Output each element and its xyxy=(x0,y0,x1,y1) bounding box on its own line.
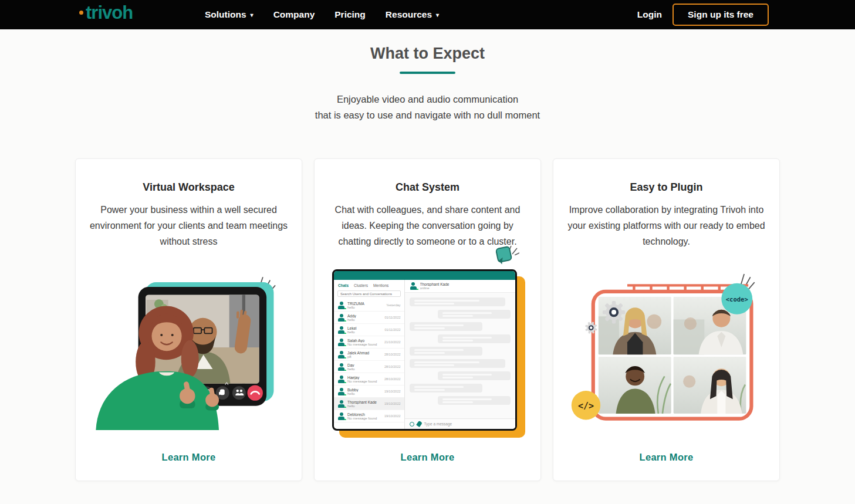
contact-preview: hello xyxy=(347,330,382,334)
message-bubble xyxy=(410,297,506,306)
nav-item-company[interactable]: Company xyxy=(273,9,315,20)
list-item: Bubbyhello 19/10/2022 xyxy=(334,385,404,398)
card-chat-system: Chat System Chat with colleagues, and sh… xyxy=(314,158,541,481)
contact-date: 28/10/2022 xyxy=(384,365,401,368)
video-call-illustration-image xyxy=(89,252,289,448)
contact-name: Haejay xyxy=(347,376,382,380)
contact-name: Jalek Ahmad xyxy=(347,351,382,355)
list-item: Davhello 28/10/2022 xyxy=(334,361,404,373)
message-bubble xyxy=(410,347,482,356)
participants-button xyxy=(232,386,246,400)
nav-item-pricing[interactable]: Pricing xyxy=(334,9,366,20)
user-avatar-icon xyxy=(337,363,345,371)
user-avatar-icon xyxy=(337,376,345,383)
contact-preview: p8 xyxy=(347,355,382,358)
user-avatar-icon xyxy=(337,412,345,420)
contact-date: 21/10/2022 xyxy=(384,340,401,344)
list-item: Addyhello 01/11/2022 xyxy=(334,312,404,324)
message-bubble xyxy=(438,396,511,405)
chat-app-mock: Chats Clusters Mentions TRIZUMAhello Yes… xyxy=(332,269,517,431)
chat-sidebar: Chats Clusters Mentions TRIZUMAhello Yes… xyxy=(334,280,405,429)
participant-tile xyxy=(599,357,671,414)
contact-preview: hello xyxy=(347,318,382,322)
user-avatar-icon xyxy=(410,282,417,290)
user-avatar-icon xyxy=(337,314,345,322)
virtual-workspace-illustration xyxy=(89,252,289,448)
slash-code-badge-label: </> xyxy=(578,401,594,411)
hero-section: What to Expect Enjoyable video and audio… xyxy=(0,29,855,123)
contact-name: Addy xyxy=(347,314,382,318)
message-placeholders xyxy=(405,293,516,418)
chat-search-input xyxy=(337,290,401,297)
code-badge-label: <code> xyxy=(726,296,748,303)
nav-item-label: Solutions xyxy=(205,9,246,20)
contact-preview: No message found xyxy=(347,343,382,346)
list-item: Lekelhello 01/11/2022 xyxy=(334,324,404,336)
card-description: Chat with colleagues, and share content … xyxy=(327,202,528,249)
nav-item-label: Resources xyxy=(386,9,432,20)
user-avatar-icon xyxy=(337,351,345,358)
contact-preview: hello xyxy=(347,392,382,395)
nav-item-label: Pricing xyxy=(334,9,366,20)
login-link[interactable]: Login xyxy=(637,9,662,20)
card-title: Easy to Plugin xyxy=(630,181,702,194)
tab-chats: Chats xyxy=(338,283,349,287)
page-title: What to Expect xyxy=(0,43,855,63)
slash-code-badge: </> xyxy=(572,391,600,420)
learn-more-link[interactable]: Learn More xyxy=(640,452,694,463)
card-title: Chat System xyxy=(396,181,459,194)
contact-date: 28/10/2022 xyxy=(384,353,401,356)
feature-cards: Virtual Workspace Power your business wi… xyxy=(0,158,855,481)
contact-date: 28/10/2022 xyxy=(384,377,401,381)
plugin-illustration: <code> </> xyxy=(566,252,766,448)
message-input-placeholder: Type a message xyxy=(424,422,452,426)
video-grid-illustration-image: <code> </> xyxy=(566,252,766,448)
chat-conversation-pane: Thorsphant Kadeonline xyxy=(405,280,516,429)
message-bubble xyxy=(410,384,482,393)
nav-right-actions: Login Sign up its free xyxy=(637,0,769,29)
contact-date: Yesterday xyxy=(386,303,400,307)
chat-header-status: online xyxy=(420,286,511,290)
message-bubble xyxy=(438,334,511,343)
contact-date: 19/10/2022 xyxy=(384,414,401,418)
list-item: TRIZUMAhello Yesterday xyxy=(334,299,404,312)
contact-name: Thorsphant Kade xyxy=(347,400,382,404)
chat-header-name: Thorsphant Kade xyxy=(420,282,511,286)
contact-name: Bubby xyxy=(347,388,382,392)
chevron-down-icon: ▾ xyxy=(436,12,439,18)
card-description: Improve collaboration by integrating Tri… xyxy=(566,202,766,249)
contact-date: 01/11/2022 xyxy=(384,316,400,319)
signup-button[interactable]: Sign up its free xyxy=(672,4,769,26)
contact-preview: hello xyxy=(347,367,382,371)
chat-flag-icon xyxy=(495,246,513,263)
contact-name: TRIZUMA xyxy=(347,302,384,306)
contact-preview: No message found xyxy=(347,417,382,420)
learn-more-link[interactable]: Learn More xyxy=(162,452,216,463)
list-item-selected: Thorsphant Kadehello 19/10/2022 xyxy=(334,398,404,410)
message-bubble xyxy=(438,371,511,380)
contact-preview: hello xyxy=(347,404,382,408)
list-item: Jalek Ahmadp8 28/10/2022 xyxy=(334,349,404,361)
user-avatar-icon xyxy=(337,302,345,309)
nav-item-label: Company xyxy=(273,9,315,20)
user-avatar-icon xyxy=(337,388,345,395)
message-bubble xyxy=(410,322,482,331)
contact-date: 19/10/2022 xyxy=(384,390,401,393)
tab-clusters: Clusters xyxy=(354,283,368,287)
learn-more-link[interactable]: Learn More xyxy=(401,452,455,463)
contact-name: Lekel xyxy=(347,326,382,330)
trivoh-logo[interactable]: trivoh xyxy=(86,2,133,23)
message-bubble xyxy=(410,359,506,368)
contact-name: Salah Ayo xyxy=(347,339,382,343)
user-avatar-icon xyxy=(337,339,345,346)
attachment-icon xyxy=(416,421,423,427)
message-bubble xyxy=(438,310,511,319)
contact-date: 19/10/2022 xyxy=(384,402,401,405)
list-item: Salah AyoNo message found 21/10/2022 xyxy=(334,336,404,349)
contact-preview: No message found xyxy=(347,380,382,383)
nav-item-solutions[interactable]: Solutions ▾ xyxy=(205,9,254,20)
nav-item-resources[interactable]: Resources ▾ xyxy=(386,9,439,20)
chevron-down-icon: ▾ xyxy=(251,12,254,18)
top-navigation-bar: trivoh Solutions ▾ Company Pricing Resou… xyxy=(0,0,855,29)
end-call-button xyxy=(248,385,263,400)
